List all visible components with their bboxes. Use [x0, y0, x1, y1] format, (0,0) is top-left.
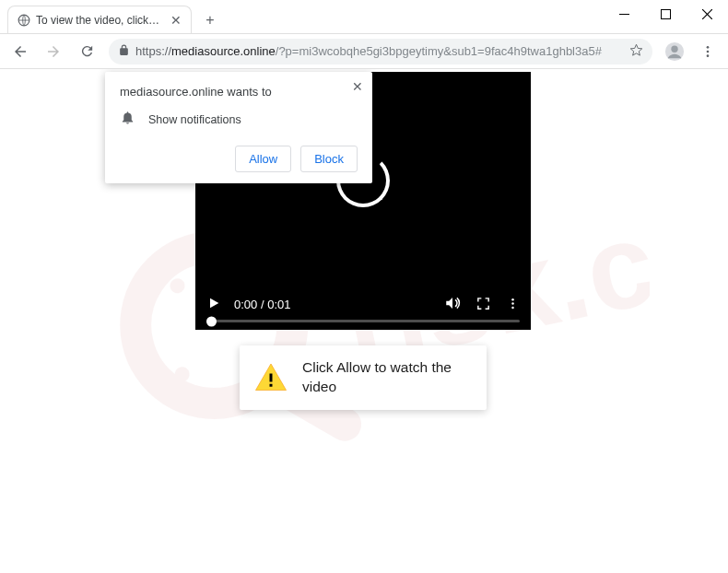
tab-close-button[interactable]: ✕	[170, 13, 182, 28]
page-viewport: risk.com 0:00 / 0:01	[0, 69, 728, 573]
volume-icon[interactable]	[444, 295, 461, 314]
tab-strip: To view the video, click the Allow ✕ +	[0, 0, 223, 33]
menu-button[interactable]	[693, 37, 722, 66]
bell-icon	[120, 110, 135, 129]
window-controls	[604, 0, 728, 28]
svg-point-6	[671, 45, 677, 52]
svg-point-12	[169, 276, 186, 294]
svg-point-17	[511, 302, 514, 305]
forward-button[interactable]	[39, 37, 68, 66]
play-button[interactable]	[206, 296, 221, 313]
svg-rect-19	[270, 373, 273, 381]
globe-icon	[18, 14, 30, 27]
window-titlebar: To view the video, click the Allow ✕ +	[0, 0, 728, 34]
reload-button[interactable]	[72, 37, 101, 66]
svg-point-8	[707, 50, 710, 53]
hint-text: Click Allow to watch the video	[302, 358, 472, 397]
svg-rect-20	[270, 384, 273, 387]
video-menu-icon[interactable]	[506, 297, 520, 313]
svg-point-16	[511, 298, 514, 300]
bookmark-star-icon[interactable]	[629, 43, 643, 60]
address-bar[interactable]: https://mediasource.online/?p=mi3wcobqhe…	[109, 39, 652, 64]
close-window-button[interactable]	[687, 0, 728, 28]
warning-icon	[254, 361, 288, 394]
profile-avatar[interactable]	[660, 37, 689, 66]
block-button[interactable]: Block	[300, 146, 358, 172]
video-progress-bar[interactable]	[206, 320, 520, 322]
back-button[interactable]	[6, 37, 35, 66]
allow-button[interactable]: Allow	[235, 146, 291, 172]
url-text: https://mediasource.online/?p=mi3wcobqhe…	[135, 44, 624, 58]
svg-point-18	[511, 306, 514, 309]
minimize-button[interactable]	[604, 0, 645, 28]
browser-toolbar: https://mediasource.online/?p=mi3wcobqhe…	[0, 34, 728, 69]
hint-box: Click Allow to watch the video	[240, 345, 487, 410]
video-time: 0:00 / 0:01	[234, 298, 290, 311]
video-controls: 0:00 / 0:01	[195, 286, 531, 330]
svg-rect-2	[662, 9, 671, 18]
popup-title: mediasource.online wants to	[120, 85, 358, 99]
notification-permission-popup: ✕ mediasource.online wants to Show notif…	[105, 72, 372, 183]
new-tab-button[interactable]: +	[197, 7, 223, 33]
browser-tab[interactable]: To view the video, click the Allow ✕	[7, 6, 192, 33]
svg-point-13	[173, 365, 191, 382]
tab-title: To view the video, click the Allow	[36, 14, 161, 27]
svg-point-9	[707, 54, 710, 57]
maximize-button[interactable]	[645, 0, 687, 28]
popup-close-button[interactable]: ✕	[352, 79, 363, 94]
lock-icon	[118, 44, 130, 59]
permission-text: Show notifications	[148, 113, 241, 126]
progress-handle[interactable]	[206, 316, 217, 326]
fullscreen-icon[interactable]	[476, 296, 491, 314]
svg-point-7	[707, 46, 710, 49]
